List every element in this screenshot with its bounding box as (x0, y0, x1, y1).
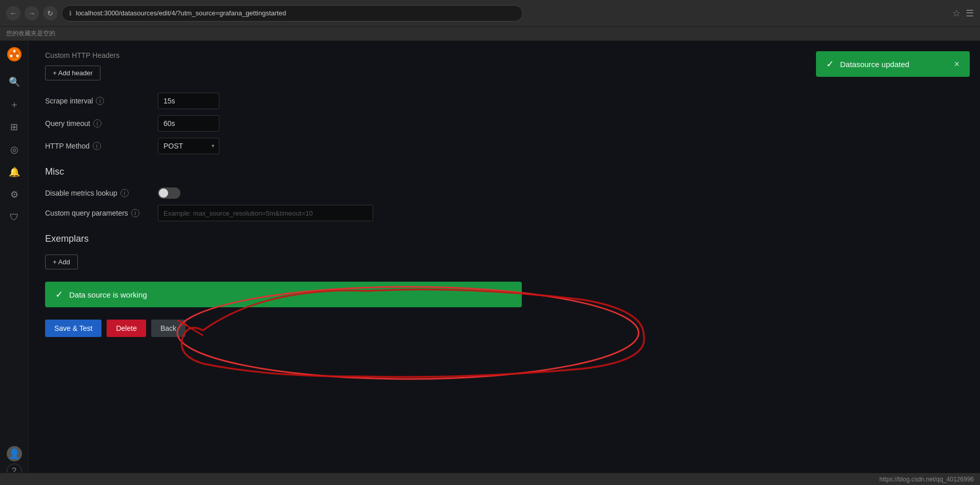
bookmark-icon[interactable]: ☆ (952, 8, 961, 19)
sidebar-item-search[interactable]: 🔍 (4, 72, 25, 92)
bookmarks-bar: 您的收藏夹是空的 (0, 27, 980, 41)
bookmarks-text: 您的收藏夹是空的 (6, 29, 55, 38)
query-timeout-input[interactable] (158, 115, 219, 132)
sidebar-item-alerting[interactable]: 🔔 (4, 162, 25, 182)
status-bar-url: https://blog.csdn.net/qq_40126996 (880, 476, 974, 483)
status-check-icon: ✓ (55, 289, 63, 300)
misc-section: Misc Disable metrics lookup i Custom que… (45, 166, 964, 221)
add-exemplar-button[interactable]: + Add (45, 255, 78, 269)
svg-point-3 (16, 55, 18, 57)
connection-settings-section: Scrape interval i Query timeout i HTTP M… (45, 93, 964, 154)
sidebar: 🔍 ＋ ⊞ ◎ 🔔 ⚙ 🛡 👤 ? (0, 41, 29, 485)
query-timeout-info-icon[interactable]: i (93, 119, 101, 128)
save-test-button[interactable]: Save & Test (45, 320, 101, 337)
status-banner: ✓ Data source is working (45, 282, 522, 307)
refresh-button[interactable]: ↻ (43, 6, 57, 20)
action-buttons: Save & Test Delete Back (45, 320, 964, 337)
http-method-select[interactable]: GET POST (158, 138, 219, 154)
http-method-select-wrapper: GET POST (158, 138, 219, 154)
main-content: Custom HTTP Headers + Add header Scrape … (29, 41, 980, 485)
disable-metrics-row: Disable metrics lookup i (45, 187, 964, 199)
lock-icon: ℹ (69, 10, 72, 17)
status-message: Data source is working (69, 290, 147, 299)
scrape-interval-input[interactable] (158, 93, 219, 109)
custom-query-params-label: Custom query parameters i (45, 209, 158, 217)
disable-metrics-toggle[interactable] (158, 187, 180, 199)
sidebar-item-config[interactable]: ⚙ (4, 184, 25, 205)
scrape-interval-info-icon[interactable]: i (96, 97, 104, 105)
misc-title: Misc (45, 166, 964, 177)
browser-right-icons: ☆ ☰ (952, 8, 974, 19)
back-button[interactable]: Back (151, 320, 186, 337)
disable-metrics-info-icon[interactable]: i (120, 189, 129, 197)
custom-query-params-input[interactable] (158, 205, 373, 221)
toast-close-button[interactable]: × (954, 59, 959, 70)
back-button[interactable]: ← (6, 6, 21, 20)
url-text: localhost:3000/datasources/edit/4/?utm_s… (76, 9, 286, 17)
custom-query-params-row: Custom query parameters i (45, 205, 964, 221)
toast-notification: ✓ Datasource updated × (816, 51, 970, 77)
exemplars-section: Exemplars + Add (45, 234, 964, 269)
address-bar[interactable]: ℹ localhost:3000/datasources/edit/4/?utm… (62, 5, 523, 22)
toast-message: Datasource updated (840, 60, 909, 69)
http-method-row: HTTP Method i GET POST (45, 138, 964, 154)
browser-chrome: ← → ↻ ℹ localhost:3000/datasources/edit/… (0, 0, 980, 27)
http-method-info-icon[interactable]: i (93, 142, 101, 150)
sidebar-item-dashboards[interactable]: ⊞ (4, 117, 25, 137)
svg-point-4 (10, 55, 12, 57)
http-method-label: HTTP Method i (45, 142, 158, 150)
app-layout: 🔍 ＋ ⊞ ◎ 🔔 ⚙ 🛡 👤 ? Custom HTTP Headers + … (0, 41, 980, 485)
exemplars-title: Exemplars (45, 234, 964, 244)
sidebar-item-create[interactable]: ＋ (4, 94, 25, 115)
menu-icon[interactable]: ☰ (966, 8, 974, 19)
scrape-interval-row: Scrape interval i (45, 93, 964, 109)
custom-query-params-info-icon[interactable]: i (131, 209, 139, 217)
sidebar-item-explore[interactable]: ◎ (4, 139, 25, 160)
add-exemplar-label: + Add (53, 258, 70, 266)
svg-point-2 (13, 50, 15, 53)
forward-button[interactable]: → (25, 6, 39, 20)
query-timeout-row: Query timeout i (45, 115, 964, 132)
scrape-interval-label: Scrape interval i (45, 97, 158, 105)
query-timeout-label: Query timeout i (45, 119, 158, 128)
add-header-label: + Add header (53, 69, 93, 77)
delete-button[interactable]: Delete (107, 320, 146, 337)
toast-icon: ✓ (826, 58, 834, 70)
toggle-knob (159, 188, 168, 198)
grafana-logo[interactable] (5, 45, 24, 64)
sidebar-item-shield[interactable]: 🛡 (4, 207, 25, 227)
disable-metrics-label: Disable metrics lookup i (45, 189, 158, 197)
avatar[interactable]: 👤 (7, 446, 22, 461)
add-header-button[interactable]: + Add header (45, 66, 100, 80)
status-bar: https://blog.csdn.net/qq_40126996 (0, 473, 980, 485)
